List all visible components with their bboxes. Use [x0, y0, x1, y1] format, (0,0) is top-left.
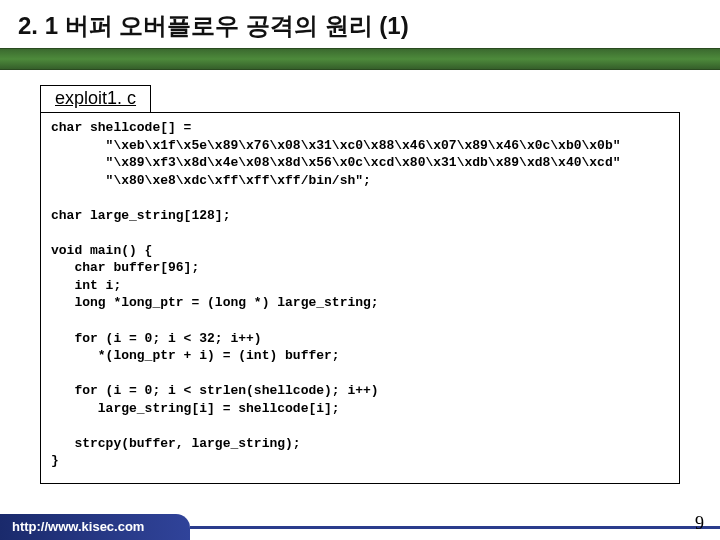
title-area: 2. 1 버퍼 오버플로우 공격의 원리 (1) [0, 0, 720, 48]
page-number: 9 [695, 513, 704, 534]
slide-title: 2. 1 버퍼 오버플로우 공격의 원리 (1) [18, 10, 702, 42]
footer: http://www.kisec.com 9 [0, 514, 720, 540]
slide: 2. 1 버퍼 오버플로우 공격의 원리 (1) exploit1. c cha… [0, 0, 720, 540]
header-accent-bar [0, 48, 720, 70]
footer-divider [190, 526, 720, 529]
footer-url: http://www.kisec.com [0, 514, 190, 540]
code-listing: char shellcode[] = "\xeb\x1f\x5e\x89\x76… [40, 112, 680, 484]
file-label: exploit1. c [40, 85, 151, 113]
